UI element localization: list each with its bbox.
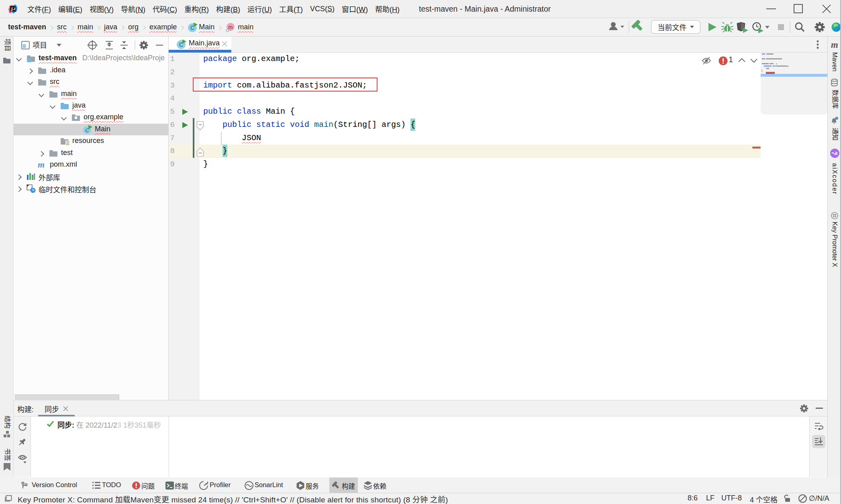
svg-text:项目: 项目: [33, 41, 47, 49]
svg-text:m: m: [229, 24, 233, 30]
svg-text:X: X: [835, 151, 838, 156]
